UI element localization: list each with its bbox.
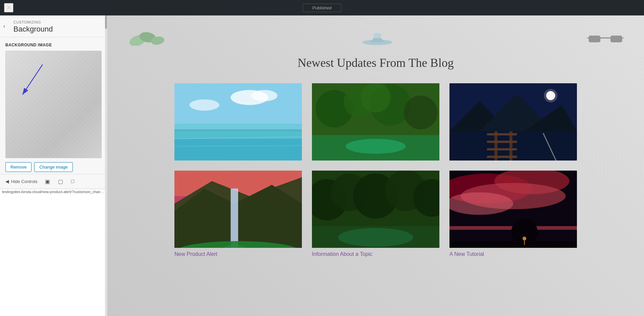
- sidebar-bottom: ◀ Hide Controls ▣ ▢ □: [0, 174, 107, 189]
- svg-point-35: [544, 89, 557, 102]
- blog-card: [174, 83, 302, 161]
- back-button[interactable]: ‹: [3, 23, 5, 29]
- svg-rect-7: [589, 36, 600, 42]
- svg-rect-18: [174, 129, 302, 131]
- chevron-left-icon: ◀: [5, 179, 9, 184]
- change-image-button[interactable]: Change image: [34, 162, 73, 172]
- svg-rect-42: [487, 148, 517, 150]
- blog-section: Newest Updates From The Blog: [107, 15, 644, 316]
- decoration-left: [127, 29, 168, 46]
- scroll-track: [105, 15, 107, 316]
- close-button[interactable]: ✕: [4, 3, 13, 12]
- desktop-icon[interactable]: ▣: [44, 178, 51, 185]
- blog-card: [312, 83, 439, 161]
- blog-card: [449, 83, 577, 161]
- svg-point-28: [361, 83, 390, 112]
- top-bar: ✕ Published: [0, 0, 644, 15]
- svg-point-27: [404, 96, 438, 130]
- svg-point-69: [523, 237, 526, 240]
- svg-point-16: [251, 90, 277, 101]
- preview-inner: Newest Updates From The Blog: [107, 15, 644, 316]
- blog-card-image: [449, 171, 577, 248]
- published-button[interactable]: Published: [303, 4, 341, 12]
- remove-button[interactable]: Remove: [5, 162, 32, 172]
- svg-rect-40: [487, 133, 517, 136]
- svg-point-6: [373, 33, 381, 38]
- preview-area: Newest Updates From The Blog: [107, 15, 644, 316]
- svg-rect-8: [610, 36, 622, 42]
- blog-card-link-3[interactable]: A New Tutorial: [449, 251, 577, 257]
- svg-point-17: [190, 99, 219, 111]
- bg-image-label: Background Image: [5, 43, 102, 47]
- image-action-buttons: Remove Change image: [5, 162, 102, 172]
- bg-image-inner: [6, 51, 101, 158]
- blog-card-image: [312, 171, 439, 248]
- blog-card: Information About a Topic: [312, 171, 439, 257]
- mobile-icon[interactable]: □: [70, 178, 75, 185]
- svg-rect-43: [487, 156, 517, 158]
- sidebar: ‹ Customizing Background Background Imag…: [0, 15, 107, 316]
- blog-card-image: [312, 83, 439, 161]
- blog-grid: New Product Alert: [174, 83, 577, 257]
- blog-card-image: [174, 171, 302, 248]
- blog-card: A New Tutorial: [449, 171, 577, 257]
- blog-heading: Newest Updates From The Blog: [127, 56, 624, 70]
- sidebar-content: Background Image Remove Change image: [0, 37, 107, 174]
- tablet-icon[interactable]: ▢: [57, 178, 64, 185]
- blog-card-image: [449, 83, 577, 161]
- top-decorations: [127, 29, 624, 46]
- blog-card-link-2[interactable]: Information About a Topic: [312, 251, 439, 257]
- svg-rect-41: [487, 141, 517, 143]
- hide-controls-button[interactable]: ◀ Hide Controls: [5, 179, 38, 184]
- sidebar-title: Background: [13, 25, 102, 34]
- blog-card: New Product Alert: [174, 171, 302, 257]
- svg-rect-58: [312, 226, 439, 248]
- bg-image-preview: [5, 51, 102, 158]
- sidebar-header: ‹ Customizing Background: [0, 15, 107, 37]
- blog-card-image: [174, 83, 302, 161]
- svg-rect-48: [231, 189, 238, 248]
- svg-rect-68: [449, 241, 577, 248]
- decoration-right: [587, 31, 624, 46]
- blog-card-link-1[interactable]: New Product Alert: [174, 251, 302, 257]
- customizing-label: Customizing: [13, 20, 102, 24]
- svg-point-23: [346, 139, 406, 154]
- decoration-center: [361, 29, 394, 46]
- url-bar: testingsitex.kinsta.cloud/new-product-al…: [0, 189, 107, 316]
- main-layout: ‹ Customizing Background Background Imag…: [0, 15, 644, 316]
